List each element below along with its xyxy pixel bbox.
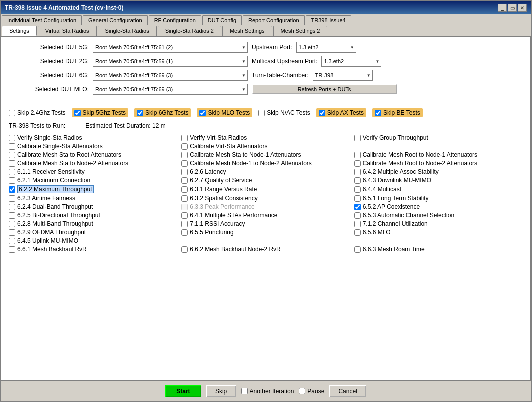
skip-button[interactable]: Skip	[206, 385, 236, 397]
tab-report-config[interactable]: Report Configuration	[243, 15, 305, 25]
skip-ax-checkbox[interactable]	[319, 110, 326, 116]
test-cal-virt-sta-checkbox[interactable]	[182, 143, 188, 150]
pause-checkbox[interactable]	[299, 388, 306, 394]
test-643-checkbox[interactable]	[354, 177, 361, 184]
upstream-select[interactable]: 1.3.eth2	[296, 42, 356, 53]
test-verify-group-checkbox[interactable]	[354, 135, 361, 141]
start-button[interactable]: Start	[166, 385, 201, 397]
test-verify-group-label: Verify Group Throughput	[363, 134, 428, 141]
test-623-checkbox[interactable]	[9, 195, 16, 202]
test-663-checkbox[interactable]	[354, 246, 361, 253]
subtab-virtual-sta[interactable]: Virtual Sta Radios	[38, 26, 97, 36]
tab-tr398-issue4[interactable]: TR398-Issue4	[306, 15, 352, 25]
test-662-checkbox[interactable]	[182, 246, 188, 253]
test-622-checkbox[interactable]	[9, 186, 16, 193]
test-duration-row: TR-398 Tests to Run: Estimated Test Dura…	[9, 122, 523, 129]
dutmlo-select[interactable]: Root Mesh 70:58:a4:ff:75:69 (3)	[93, 84, 248, 95]
test-611-checkbox[interactable]	[9, 169, 16, 175]
test-641-label: 6.4.1 Multiple STAs Performance	[190, 212, 278, 219]
skip-6ghz-checkbox[interactable]	[137, 110, 144, 116]
test-621-checkbox[interactable]	[9, 177, 16, 184]
test-645-label: 6.4.5 Uplink MU-MIMO	[18, 237, 78, 244]
test-verify-single-sta-checkbox[interactable]	[9, 135, 16, 141]
skip-6ghz-item: Skip 6Ghz Tests	[134, 108, 191, 117]
test-644-checkbox[interactable]	[354, 186, 361, 193]
test-642-label: 6.4.2 Multiple Assoc Stability	[363, 168, 439, 175]
test-655: 6.5.5 Puncturing	[182, 229, 350, 236]
duration-label: Estimated Test Duration: 12 m	[86, 122, 166, 129]
skip-5ghz-checkbox[interactable]	[74, 110, 81, 116]
subtab-settings[interactable]: Settings	[2, 26, 37, 36]
subtab-single-sta-2[interactable]: Single-Sta Radios 2	[158, 26, 222, 36]
test-656-checkbox[interactable]	[354, 229, 361, 236]
skip-mlo-item: Skip MLO Tests	[197, 108, 252, 117]
another-iteration-label: Another Iteration	[250, 388, 294, 395]
test-cal-single-sta-checkbox[interactable]	[9, 143, 16, 150]
test-641-checkbox[interactable]	[182, 212, 188, 219]
close-button[interactable]: ✕	[518, 4, 527, 12]
test-652-checkbox[interactable]	[354, 204, 361, 210]
content-area: Selected DUT 5G: Root Mesh 70:58:a4:ff:7…	[1, 37, 531, 381]
test-661-label: 6.6.1 Mesh Backhaul RvR	[18, 246, 87, 253]
test-661-checkbox[interactable]	[9, 246, 16, 253]
test-628-checkbox[interactable]	[9, 221, 16, 227]
test-cal-mesh-root-node1-checkbox[interactable]	[354, 152, 361, 158]
tab-individual-test[interactable]: Individual Test Configuration	[2, 15, 82, 25]
skip-nac-item: Skip N/AC Tests	[258, 109, 310, 116]
skip-24ghz-checkbox[interactable]	[9, 110, 16, 116]
test-626-checkbox[interactable]	[182, 169, 188, 175]
test-627-checkbox[interactable]	[182, 177, 188, 184]
cancel-button[interactable]: Cancel	[330, 385, 366, 397]
test-622: 6.2.2 Maximum Throughput	[9, 185, 178, 193]
test-642-checkbox[interactable]	[354, 169, 361, 175]
dutmlo-row: Selected DUT MLO: Root Mesh 70:58:a4:ff:…	[9, 84, 523, 95]
test-711-checkbox[interactable]	[182, 221, 188, 227]
dut5g-label: Selected DUT 5G:	[9, 44, 89, 51]
skip-mlo-checkbox[interactable]	[200, 110, 206, 116]
test-624-label: 6.2.4 Dual-Band Throughput	[18, 203, 93, 210]
test-633-checkbox[interactable]	[182, 204, 188, 210]
turntable-select-wrapper: TR-398	[313, 70, 373, 81]
turntable-select[interactable]: TR-398	[313, 70, 373, 81]
test-cal-mesh-sta-node1-checkbox[interactable]	[182, 152, 188, 158]
test-712-checkbox[interactable]	[354, 221, 361, 227]
refresh-button[interactable]: Refresh Ports + DUTs	[252, 84, 397, 94]
restore-button[interactable]: ▭	[508, 4, 517, 12]
test-653-checkbox[interactable]	[354, 212, 361, 219]
dut5g-select[interactable]: Root Mesh 70:58:a4:ff:75:61 (2)	[93, 42, 248, 53]
dut6g-select[interactable]: Root Mesh 70:58:a4:ff:75:69 (3)	[93, 70, 248, 81]
test-644-label: 6.4.4 Multicast	[363, 186, 402, 193]
subtab-mesh-settings[interactable]: Mesh Settings	[222, 26, 272, 36]
test-verify-virt-sta-checkbox[interactable]	[182, 135, 188, 141]
skip-5ghz-label: Skip 5Ghz Tests	[83, 109, 126, 116]
test-cal-mesh-sta-node2-checkbox[interactable]	[9, 160, 16, 167]
test-645-checkbox[interactable]	[9, 238, 16, 244]
dut2g-select[interactable]: Root Mesh 70:58:a4:ff:75:59 (1)	[93, 56, 248, 67]
test-cal-mesh-root-node2-checkbox[interactable]	[354, 160, 361, 167]
tab-general-config[interactable]: General Configuration	[83, 15, 148, 25]
subtab-single-sta[interactable]: Single-Sta Radios	[98, 26, 157, 36]
skip-be-checkbox[interactable]	[375, 110, 382, 116]
test-625-checkbox[interactable]	[9, 212, 16, 219]
test-631-checkbox[interactable]	[182, 186, 188, 193]
test-651-checkbox[interactable]	[354, 195, 361, 202]
skip-nac-checkbox[interactable]	[258, 110, 265, 116]
tab-dut-config[interactable]: DUT Config	[202, 15, 242, 25]
another-iteration-checkbox[interactable]	[242, 388, 248, 394]
test-629-label: 6.2.9 OFDMA Throughput	[18, 229, 86, 236]
test-632-checkbox[interactable]	[182, 195, 188, 202]
test-cal-mesh-sta-node2-label: Calibrate Mesh Sta to Node-2 Attenuators	[18, 160, 128, 167]
multicast-select[interactable]: 1.3.eth2	[322, 56, 382, 67]
test-624-checkbox[interactable]	[9, 204, 16, 210]
test-643: 6.4.3 Downlink MU-MIMO	[354, 177, 523, 184]
minimize-button[interactable]: _	[498, 4, 507, 12]
tab-rf-config[interactable]: RF Configuration	[149, 15, 202, 25]
test-cal-mesh-sta-root-checkbox[interactable]	[9, 152, 16, 158]
subtab-mesh-settings-2[interactable]: Mesh Settings 2	[274, 26, 328, 36]
test-655-checkbox[interactable]	[182, 229, 188, 236]
test-651: 6.5.1 Long Term Stability	[354, 195, 523, 202]
test-cal-mesh-node1-node2-checkbox[interactable]	[182, 160, 188, 167]
sub-tab-row: Settings Virtual Sta Radios Single-Sta R…	[1, 25, 531, 37]
test-629-checkbox[interactable]	[9, 229, 16, 236]
test-verify-virt-sta-label: Verify Virt-Sta Radios	[190, 134, 247, 141]
